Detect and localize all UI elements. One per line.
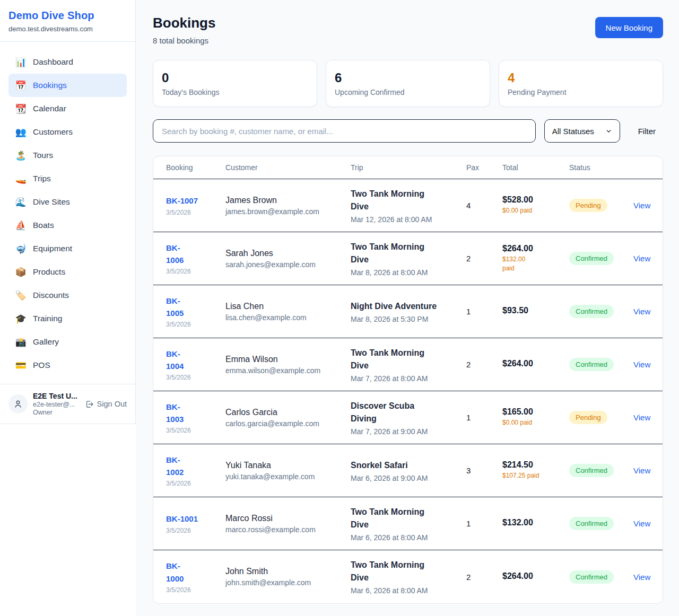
booking-date: 3/5/2026: [166, 268, 219, 275]
customer-cell: Lisa Chen lisa.chen@example.com: [225, 302, 351, 322]
booking-cell: BK- 1000 3/5/2026: [166, 560, 225, 594]
view-link[interactable]: View: [633, 307, 663, 316]
trip-name-line1: Discover Scuba: [351, 400, 460, 412]
customer-email: yuki.tanaka@example.com: [225, 472, 344, 481]
equipment-icon: 🤿: [15, 243, 27, 254]
booking-id-link[interactable]: BK- 1003: [166, 401, 219, 426]
booking-id-line2: 1003: [166, 413, 219, 425]
booking-id-link[interactable]: BK- 1004: [166, 348, 219, 373]
pos-icon: 💳: [15, 360, 27, 371]
sidebar-item-label: Gallery: [33, 337, 59, 347]
sidebar-item-training[interactable]: 🎓 Training: [8, 307, 127, 330]
booking-id-link[interactable]: BK- 1006: [166, 242, 219, 267]
booking-id-link[interactable]: BK- 1002: [166, 454, 219, 479]
filter-button[interactable]: Filter: [638, 127, 656, 136]
customer-cell: Sarah Jones sarah.jones@example.com: [225, 249, 351, 269]
status-cell: Confirmed: [569, 517, 633, 530]
status-badge: Confirmed: [569, 570, 614, 584]
sidebar-item-trips[interactable]: 🚤 Trips: [8, 167, 127, 190]
table-row: BK-1007 3/5/2026 James Brown james.brown…: [153, 179, 663, 232]
sidebar-item-discounts[interactable]: 🏷️ Discounts: [8, 284, 127, 307]
stats-row: 0 Today's Bookings 6 Upcoming Confirmed …: [153, 60, 663, 107]
booking-id-line1: BK-1001: [166, 513, 219, 525]
table-row: BK- 1000 3/5/2026 John Smith john.smith@…: [153, 550, 663, 603]
sidebar-item-pos[interactable]: 💳 POS: [8, 354, 127, 377]
search-input[interactable]: [153, 119, 536, 143]
trip-datetime: Mar 8, 2026 at 5:30 PM: [351, 315, 460, 323]
booking-id-link[interactable]: BK- 1000: [166, 560, 219, 585]
discounts-icon: 🏷️: [15, 290, 27, 301]
paid-amount: $0.00 paid: [502, 418, 563, 427]
status-cell: Confirmed: [569, 305, 633, 318]
trip-name-line2: Dive: [351, 253, 460, 266]
sidebar-item-customers[interactable]: 👥 Customers: [8, 120, 127, 144]
total-cell: $165.00 $0.00 paid: [502, 407, 569, 427]
customers-icon: 👥: [15, 127, 27, 138]
person-icon: [13, 399, 23, 409]
view-link[interactable]: View: [633, 360, 663, 369]
booking-id-link[interactable]: BK-1001: [166, 513, 219, 525]
total-cell: $264.00: [502, 571, 569, 583]
paid-line1: $0.00 paid: [502, 418, 563, 427]
view-link[interactable]: View: [633, 254, 663, 263]
stat-label: Today's Bookings: [162, 88, 308, 96]
table-row: BK- 1005 3/5/2026 Lisa Chen lisa.chen@ex…: [153, 285, 663, 338]
booking-cell: BK-1001 3/5/2026: [166, 513, 225, 534]
booking-id-link[interactable]: BK- 1005: [166, 295, 219, 320]
trip-name: Two Tank Morning Dive: [351, 347, 460, 372]
table-row: BK- 1004 3/5/2026 Emma Wilson emma.wilso…: [153, 338, 663, 391]
new-booking-button[interactable]: New Booking: [595, 17, 663, 38]
column-header-pax: Pax: [466, 163, 502, 172]
sidebar-item-tours[interactable]: 🏝️ Tours: [8, 144, 127, 167]
pax-value: 1: [466, 519, 502, 528]
sidebar-item-dashboard[interactable]: 📊 Dashboard: [8, 50, 127, 74]
booking-id-line1: BK-: [166, 560, 219, 572]
sidebar-item-label: Equipment: [33, 244, 72, 253]
sidebar-item-dive-sites[interactable]: 🌊 Dive Sites: [8, 190, 127, 214]
trip-name-line1: Two Tank Morning: [351, 188, 460, 200]
bookings-icon: 📅: [15, 80, 27, 91]
sidebar-item-products[interactable]: 📦 Products: [8, 260, 127, 284]
total-amount: $264.00: [502, 244, 563, 253]
table-row: BK- 1003 3/5/2026 Carlos Garcia carlos.g…: [153, 391, 663, 444]
trip-datetime: Mar 6, 2026 at 8:00 AM: [351, 586, 460, 595]
brand-name: Demo Dive Shop: [8, 10, 127, 22]
column-header-status: Status: [569, 163, 633, 172]
sidebar-item-label: POS: [33, 360, 50, 370]
view-link[interactable]: View: [633, 201, 663, 210]
view-link[interactable]: View: [633, 466, 663, 475]
pax-value: 3: [466, 466, 502, 475]
customer-name: Lisa Chen: [225, 302, 344, 311]
view-link[interactable]: View: [633, 413, 663, 422]
booking-cell: BK- 1006 3/5/2026: [166, 242, 225, 276]
trip-name-line2: Dive: [351, 359, 460, 372]
booking-id-line1: BK-1007: [166, 195, 219, 207]
customer-name: James Brown: [225, 196, 344, 205]
sign-out-label: Sign Out: [97, 400, 127, 408]
table-row: BK-1001 3/5/2026 Marco Rossi marco.rossi…: [153, 497, 663, 550]
booking-id-line2: 1002: [166, 466, 219, 478]
trip-cell: Two Tank Morning Dive Mar 8, 2026 at 8:0…: [351, 241, 466, 277]
status-select[interactable]: All Statuses: [544, 119, 620, 143]
trips-icon: 🚤: [15, 173, 27, 184]
trip-name-line2: Dive: [351, 518, 460, 531]
main-content: Bookings 8 total bookings New Booking 0 …: [136, 0, 679, 616]
sidebar-item-equipment[interactable]: 🤿 Equipment: [8, 237, 127, 260]
status-badge: Confirmed: [569, 305, 614, 318]
sidebar-item-boats[interactable]: ⛵ Boats: [8, 214, 127, 237]
trip-cell: Two Tank Morning Dive Mar 12, 2026 at 8:…: [351, 188, 466, 224]
total-cell: $264.00: [502, 359, 569, 370]
sidebar-item-bookings[interactable]: 📅 Bookings: [8, 74, 127, 97]
booking-id-link[interactable]: BK-1007: [166, 195, 219, 207]
paid-amount: $132.00 paid: [502, 255, 563, 274]
sidebar-item-gallery[interactable]: 📸 Gallery: [8, 330, 127, 354]
total-amount: $264.00: [502, 571, 563, 581]
view-link[interactable]: View: [633, 519, 663, 528]
view-link[interactable]: View: [633, 573, 663, 582]
total-amount: $264.00: [502, 359, 563, 368]
column-header-booking: Booking: [166, 163, 225, 172]
sidebar-item-calendar[interactable]: 📆 Calendar: [8, 97, 127, 120]
products-icon: 📦: [15, 267, 27, 278]
sign-out-button[interactable]: Sign Out: [85, 400, 127, 409]
trip-name-line1: Night Dive Adventure: [351, 300, 460, 313]
